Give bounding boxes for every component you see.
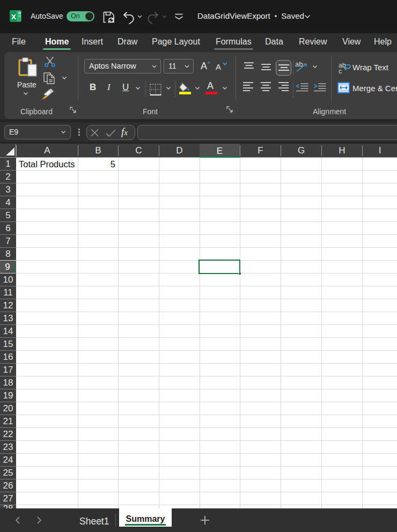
svg-text:ab: ab bbox=[295, 60, 303, 68]
svg-text:c: c bbox=[339, 68, 342, 74]
svg-text:X: X bbox=[11, 13, 16, 21]
